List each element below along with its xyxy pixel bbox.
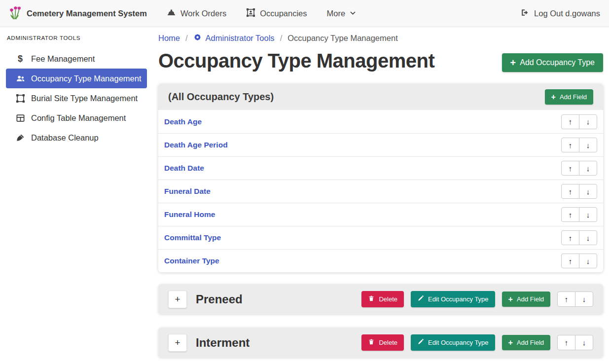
field-link[interactable]: Funeral Home xyxy=(164,210,215,219)
arrow-down-icon: ↓ xyxy=(586,187,590,196)
arrow-up-icon: ↑ xyxy=(565,295,569,303)
move-up-button[interactable]: ↑ xyxy=(561,161,579,176)
brand[interactable]: Cemetery Management System xyxy=(9,5,147,22)
trash-icon xyxy=(368,295,375,303)
reorder-buttons: ↑ ↓ xyxy=(557,335,593,350)
breadcrumb-separator: / xyxy=(185,34,188,43)
plus-icon: + xyxy=(508,296,513,302)
table-icon xyxy=(14,113,27,123)
add-field-label: Add Field xyxy=(560,93,587,101)
sidebar-item-label: Occupancy Type Management xyxy=(31,74,142,83)
arrow-up-icon: ↑ xyxy=(569,141,573,149)
move-up-button[interactable]: ↑ xyxy=(561,114,579,129)
occupancy-frame-person-icon xyxy=(246,8,255,19)
sidebar-item-config-table-management[interactable]: Config Table Management xyxy=(6,108,147,128)
breadcrumb-home-link[interactable]: Home xyxy=(158,34,180,43)
reorder-buttons: ↑ ↓ xyxy=(561,138,597,152)
field-row-container-type: Container Type ↑ ↓ xyxy=(158,249,603,272)
field-row-funeral-home: Funeral Home ↑ ↓ xyxy=(158,203,603,226)
sidebar-item-database-cleanup[interactable]: Database Cleanup xyxy=(6,128,147,147)
delete-occupancy-type-button[interactable]: Delete xyxy=(361,334,404,351)
nav-item-more[interactable]: More xyxy=(327,9,357,18)
sidebar-item-burial-site-type-management[interactable]: Burial Site Type Management xyxy=(6,88,147,108)
section-name: Preneed xyxy=(196,292,243,306)
nav-item-label: More xyxy=(327,9,346,18)
field-row-death-age-period: Death Age Period ↑ ↓ xyxy=(158,133,603,156)
section-actions: Delete Edit Occupancy Type + Add Field xyxy=(361,334,593,351)
arrow-down-icon: ↓ xyxy=(586,164,590,173)
field-link[interactable]: Committal Type xyxy=(164,233,221,242)
nav-item-work-orders[interactable]: Work Orders xyxy=(167,8,226,19)
section-actions: Delete Edit Occupancy Type + Add Field xyxy=(361,291,593,307)
field-row-committal-type: Committal Type ↑ ↓ xyxy=(158,226,603,249)
page-title: Occupancy Type Management xyxy=(158,49,434,72)
move-up-button[interactable]: ↑ xyxy=(561,254,579,268)
logout-link[interactable]: Log Out d.gowans xyxy=(520,8,600,19)
edit-label: Edit Occupancy Type xyxy=(428,339,489,346)
move-down-button[interactable]: ↓ xyxy=(575,291,593,307)
add-field-button-all-types[interactable]: + Add Field xyxy=(545,89,593,105)
move-up-button[interactable]: ↑ xyxy=(557,335,575,350)
expand-plus-icon: + xyxy=(175,337,180,348)
breadcrumb: Home / Administrator Tools / Occupancy T… xyxy=(158,31,603,43)
arrow-down-icon: ↓ xyxy=(586,234,590,242)
add-field-label: Add Field xyxy=(517,295,544,303)
tulips-logo-icon xyxy=(9,5,22,22)
arrow-down-icon: ↓ xyxy=(586,257,590,265)
arrow-up-icon: ↑ xyxy=(569,117,573,126)
field-link[interactable]: Death Age Period xyxy=(164,141,228,149)
move-up-button[interactable]: ↑ xyxy=(561,230,579,245)
add-field-label: Add Field xyxy=(517,339,544,346)
pencil-icon xyxy=(417,338,424,347)
all-occupancy-types-card: (All Occupancy Types) + Add Field Death … xyxy=(158,84,603,272)
breadcrumb-admin-tools-link[interactable]: Administrator Tools xyxy=(193,33,275,43)
move-up-button[interactable]: ↑ xyxy=(561,138,579,152)
add-occupancy-type-button[interactable]: + Add Occupancy Type xyxy=(502,53,603,72)
arrow-up-icon: ↑ xyxy=(569,234,573,242)
move-down-button[interactable]: ↓ xyxy=(579,161,597,176)
sidebar-item-fee-management[interactable]: $ Fee Management xyxy=(6,49,147,69)
breadcrumb-separator: / xyxy=(280,34,283,43)
arrow-up-icon: ↑ xyxy=(569,257,573,265)
arrow-down-icon: ↓ xyxy=(586,211,590,219)
section-bar-preneed: + Preneed Delete xyxy=(158,284,603,314)
pencil-icon xyxy=(417,295,424,303)
field-link[interactable]: Funeral Date xyxy=(164,187,211,196)
move-down-button[interactable]: ↓ xyxy=(579,138,597,152)
nav-item-occupancies[interactable]: Occupancies xyxy=(246,8,307,19)
move-up-button[interactable]: ↑ xyxy=(561,184,579,199)
reorder-buttons: ↑ ↓ xyxy=(561,184,597,199)
move-down-button[interactable]: ↓ xyxy=(575,335,593,350)
brand-title: Cemetery Management System xyxy=(27,9,147,18)
main-content: Home / Administrator Tools / Occupancy T… xyxy=(153,27,609,364)
delete-occupancy-type-button[interactable]: Delete xyxy=(361,291,404,307)
all-occupancy-types-title: (All Occupancy Types) xyxy=(168,91,274,103)
add-field-button[interactable]: + Add Field xyxy=(502,335,550,350)
delete-label: Delete xyxy=(379,295,397,303)
move-down-button[interactable]: ↓ xyxy=(579,114,597,129)
sidebar-item-occupancy-type-management[interactable]: Occupancy Type Management xyxy=(6,69,147,88)
field-link[interactable]: Container Type xyxy=(164,256,219,265)
arrow-down-icon: ↓ xyxy=(586,141,590,149)
field-link[interactable]: Death Date xyxy=(164,164,204,173)
edit-occupancy-type-button[interactable]: Edit Occupancy Type xyxy=(411,334,495,351)
move-up-button[interactable]: ↑ xyxy=(557,291,575,307)
move-down-button[interactable]: ↓ xyxy=(579,184,597,199)
move-down-button[interactable]: ↓ xyxy=(579,230,597,245)
breadcrumb-current: Occupancy Type Management xyxy=(287,34,398,43)
delete-label: Delete xyxy=(379,339,397,346)
edit-occupancy-type-button[interactable]: Edit Occupancy Type xyxy=(411,291,495,307)
arrow-up-icon: ↑ xyxy=(569,187,573,196)
add-field-button[interactable]: + Add Field xyxy=(502,291,550,307)
field-link[interactable]: Death Age xyxy=(164,117,202,126)
trash-icon xyxy=(368,338,375,347)
expand-section-button[interactable]: + xyxy=(168,291,187,308)
arrow-down-icon: ↓ xyxy=(586,117,590,126)
gear-icon xyxy=(193,33,202,43)
expand-section-button[interactable]: + xyxy=(168,334,187,352)
move-up-button[interactable]: ↑ xyxy=(561,207,579,222)
move-down-button[interactable]: ↓ xyxy=(579,254,597,268)
title-row: Occupancy Type Management + Add Occupanc… xyxy=(158,49,603,72)
sidebar-item-label: Fee Management xyxy=(31,54,95,64)
move-down-button[interactable]: ↓ xyxy=(579,207,597,222)
